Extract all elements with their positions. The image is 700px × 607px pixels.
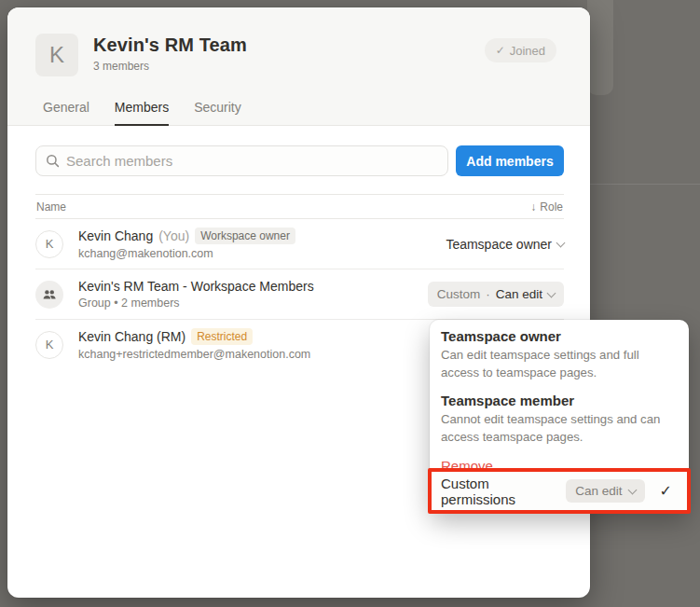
avatar: K [35,230,63,258]
modal-header: K Kevin's RM Team 3 members ✓ Joined Gen… [7,7,590,126]
selected-check-icon: ✓ [660,482,672,500]
role-value: Teamspace owner [446,237,552,252]
table-row: K Kevin Chang (You) Workspace owner kcha… [35,219,564,269]
role-value: Can edit [496,287,542,301]
member-name: Kevin Chang [78,228,153,243]
chevron-down-icon [556,238,566,247]
role-dropdown-menu: Teamspace owner Can edit teamspace setti… [430,320,689,511]
team-avatar: K [35,34,78,76]
sort-arrow-icon: ↓ [530,200,536,214]
custom-permissions-label: Custom permissions [441,476,566,507]
role-column-header: Role [540,200,563,214]
option-title: Teamspace owner [441,328,678,344]
option-description: Can edit teamspace settings and full acc… [441,347,674,381]
member-name: Kevin Chang (RM) [78,329,185,344]
chevron-down-icon [547,288,556,297]
name-column-header: Name [36,200,66,214]
restricted-badge: Restricted [191,328,253,345]
group-name: Kevin's RM Team - Workspace Members [78,279,314,294]
workspace-owner-badge: Workspace owner [195,228,295,244]
chevron-down-icon [627,485,637,494]
search-members-field[interactable] [35,145,448,176]
member-you-suffix: (You) [158,228,189,243]
menu-item-teamspace-owner[interactable]: Teamspace owner Can edit teamspace setti… [441,328,678,381]
table-row: Kevin's RM Team - Workspace Members Grou… [35,269,564,320]
role-sort-control[interactable]: ↓ Role [530,200,563,214]
avatar-letter: K [46,338,54,352]
tab-members[interactable]: Members [115,100,169,126]
tab-bar: General Members Security [7,100,590,125]
team-avatar-letter: K [49,42,64,68]
page-title: Kevin's RM Team [93,34,485,56]
group-subtitle: Group • 2 members [78,297,428,310]
add-members-button[interactable]: Add members [456,145,564,176]
background-scroll-panel [587,0,613,95]
members-count: 3 members [93,60,485,73]
dot-separator: · [486,287,490,301]
menu-item-teamspace-member[interactable]: Teamspace member Cannot edit teamspace s… [441,393,678,446]
joined-badge-label: Joined [510,44,545,58]
option-title: Teamspace member [441,393,678,408]
avatar: K [35,331,63,359]
menu-item-custom-permissions[interactable]: Custom permissions Can edit ✓ [428,468,691,514]
avatar-letter: K [46,237,54,251]
group-avatar [35,281,63,309]
joined-badge[interactable]: ✓ Joined [485,38,556,62]
member-email: kchang@makenotion.com [78,247,446,260]
group-icon [42,288,57,301]
option-description: Cannot edit teamspace settings and can a… [441,411,674,446]
search-input[interactable] [66,153,438,169]
permission-level-dropdown[interactable]: Can edit [566,479,644,503]
role-prefix: Custom [437,287,481,301]
role-dropdown-trigger[interactable]: Teamspace owner [446,237,564,252]
table-header: Name ↓ Role [35,194,564,219]
role-dropdown-trigger-open[interactable]: Custom · Can edit [428,282,564,307]
background-divider [590,184,700,185]
search-icon [46,154,60,168]
permission-level-value: Can edit [575,484,622,498]
tab-security[interactable]: Security [194,100,241,126]
tab-general[interactable]: General [43,100,89,126]
check-icon: ✓ [496,44,505,57]
